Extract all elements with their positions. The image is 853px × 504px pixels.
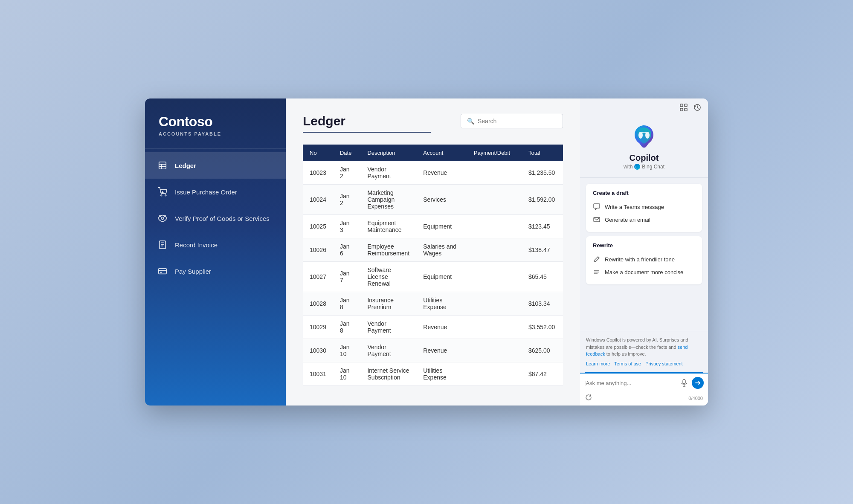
copilot-footer-links: Learn more Terms of use Privacy statemen… [586, 360, 702, 368]
history-icon[interactable] [693, 103, 702, 112]
sidebar-item-pay-supplier[interactable]: Pay Supplier [145, 258, 286, 284]
table-row[interactable]: 10024Jan 2Marketing Campaign ExpensesSer… [303, 185, 563, 215]
cell-td-desc: Internet Service Subscription [360, 362, 416, 386]
cell-td-date: Jan 6 [333, 238, 361, 262]
cell-td-no: 10026 [303, 238, 333, 262]
friendlier-tone-label: Rewrite with a friendlier tone [605, 256, 675, 263]
table-row[interactable]: 10031Jan 10Internet Service Subscription… [303, 362, 563, 386]
refresh-icon[interactable] [585, 394, 592, 402]
list-icon [593, 268, 601, 276]
copilot-ask-input[interactable] [584, 380, 676, 386]
cell-td-date: Jan 10 [333, 339, 361, 362]
generate-email-action[interactable]: Generate an email [593, 213, 695, 226]
copilot-logo-icon [631, 123, 657, 149]
col-total: Total [522, 145, 563, 161]
cell-td-total: $625.00 [522, 339, 563, 362]
copilot-footer: Windows Copilot is powered by AI. Surpri… [580, 331, 708, 372]
copilot-with-text: with b Bing Chat [624, 164, 664, 170]
cell-td-account: Utilities Expense [416, 292, 467, 316]
ledger-icon [157, 160, 168, 171]
svg-rect-16 [680, 104, 683, 107]
page-header: Ledger 🔍 [303, 114, 563, 133]
cell-td-desc: Insurance Premium [360, 292, 416, 316]
sidebar-item-verify[interactable]: Verify Proof of Goods or Services [145, 205, 286, 232]
cell-td-payment [467, 238, 522, 262]
edit-icon [593, 255, 601, 263]
cell-td-account: Equipment [416, 215, 467, 238]
send-button[interactable] [692, 377, 704, 389]
cell-td-total: $138.47 [522, 238, 563, 262]
svg-text:b: b [635, 165, 638, 169]
write-teams-message-action[interactable]: Write a Teams message [593, 200, 695, 213]
sidebar-subtitle: ACCOUNTS PAYABLE [159, 131, 272, 136]
more-concise-action[interactable]: Make a document more concise [593, 266, 695, 278]
cell-td-account: Equipment [416, 262, 467, 292]
cell-td-date: Jan 2 [333, 161, 361, 185]
table-row[interactable]: 10025Jan 3Equipment MaintenanceEquipment… [303, 215, 563, 238]
svg-rect-9 [160, 241, 166, 249]
search-box[interactable]: 🔍 [461, 114, 563, 128]
table-row[interactable]: 10028Jan 8Insurance PremiumUtilities Exp… [303, 292, 563, 316]
sidebar-item-record-invoice[interactable]: Record Invoice [145, 232, 286, 258]
privacy-link[interactable]: Privacy statement [645, 360, 682, 368]
svg-rect-13 [159, 269, 166, 274]
table-row[interactable]: 10023Jan 2Vendor PaymentRevenue$1,235.50 [303, 161, 563, 185]
cell-td-total: $103.34 [522, 292, 563, 316]
sidebar-item-ledger[interactable]: Ledger [145, 152, 286, 179]
cell-td-payment [467, 161, 522, 185]
cell-td-total: $65.45 [522, 262, 563, 292]
create-draft-title: Create a draft [593, 190, 695, 196]
search-icon: 🔍 [467, 118, 474, 125]
learn-more-link[interactable]: Learn more [586, 360, 610, 368]
cell-td-total: $3,552.00 [522, 316, 563, 339]
search-input[interactable] [478, 118, 557, 125]
svg-rect-0 [159, 162, 166, 169]
copilot-name: Copilot [630, 153, 659, 163]
more-concise-label: Make a document more concise [605, 269, 683, 275]
cell-td-no: 10027 [303, 262, 333, 292]
friendlier-tone-action[interactable]: Rewrite with a friendlier tone [593, 253, 695, 266]
cell-td-date: Jan 7 [333, 262, 361, 292]
cell-td-account: Revenue [416, 161, 467, 185]
cell-td-payment [467, 262, 522, 292]
cell-td-no: 10029 [303, 316, 333, 339]
copilot-body: Create a draft Write a Teams message [580, 178, 708, 331]
email-icon [593, 216, 601, 223]
table-header: No Date Description Account Payment/Debi… [303, 145, 563, 161]
cell-td-no: 10025 [303, 215, 333, 238]
svg-point-4 [161, 195, 162, 196]
svg-rect-17 [685, 104, 687, 107]
bing-icon: b [634, 164, 640, 170]
cell-td-account: Revenue [416, 316, 467, 339]
cell-td-account: Salaries and Wages [416, 238, 467, 262]
table-row[interactable]: 10029Jan 8Vendor PaymentRevenue$3,552.00 [303, 316, 563, 339]
cell-td-total: $1,592.00 [522, 185, 563, 215]
copilot-input-footer: 0/4000 [580, 392, 708, 406]
ledger-table: No Date Description Account Payment/Debi… [303, 145, 563, 386]
cell-td-desc: Equipment Maintenance [360, 215, 416, 238]
copilot-section-rewrite: Rewrite Rewrite with a friendlier tone [586, 236, 702, 284]
table-row[interactable]: 10030Jan 10Vendor PaymentRevenue$625.00 [303, 339, 563, 362]
cell-td-payment [467, 292, 522, 316]
sidebar-item-issue-po[interactable]: Issue Purchase Order [145, 179, 286, 205]
sidebar-logo: Contoso [159, 114, 272, 130]
cart-icon [157, 186, 168, 197]
cell-td-no: 10023 [303, 161, 333, 185]
cell-td-desc: Vendor Payment [360, 161, 416, 185]
char-count: 0/4000 [688, 396, 703, 401]
teams-message-label: Write a Teams message [605, 204, 664, 210]
eye-icon [157, 213, 168, 224]
table-row[interactable]: 10026Jan 6Employee ReimbursementSalaries… [303, 238, 563, 262]
table-row[interactable]: 10027Jan 7Software License RenewalEquipm… [303, 262, 563, 292]
generate-email-label: Generate an email [605, 217, 650, 223]
sidebar-item-po-label: Issue Purchase Order [175, 188, 237, 196]
mic-icon[interactable] [680, 379, 688, 387]
cell-td-date: Jan 2 [333, 185, 361, 215]
terms-link[interactable]: Terms of use [614, 360, 641, 368]
app-container: Contoso ACCOUNTS PAYABLE Ledger [145, 98, 708, 406]
cell-td-total: $87.42 [522, 362, 563, 386]
grid-icon[interactable] [679, 103, 688, 112]
cell-td-total: $1,235.50 [522, 161, 563, 185]
page-title-section: Ledger [303, 114, 431, 133]
sidebar: Contoso ACCOUNTS PAYABLE Ledger [145, 98, 286, 406]
